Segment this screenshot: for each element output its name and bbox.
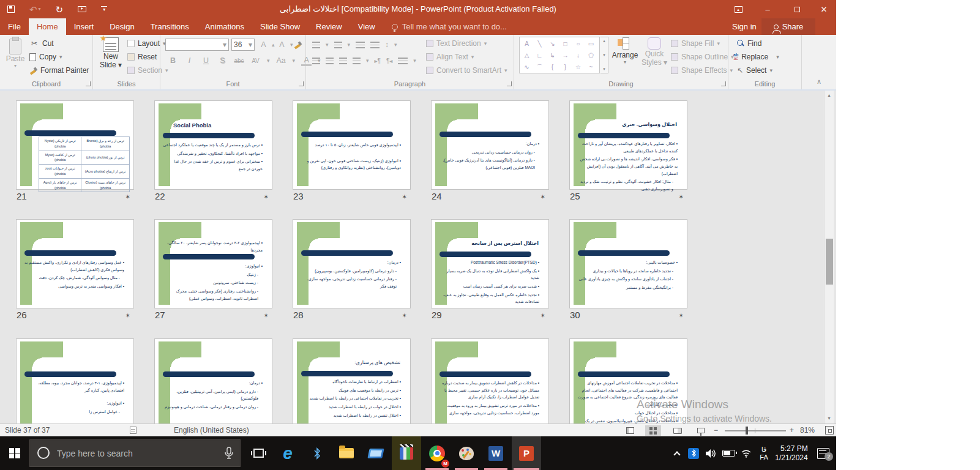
shape-arc-icon[interactable]: ⌒ [533, 61, 546, 73]
font-dialog-launcher[interactable] [299, 81, 304, 86]
taskbar-blue-app[interactable] [362, 436, 389, 470]
slide-thumbnail-22[interactable]: Social Phobia ترس بارز و مستمر از یک یا … [154, 100, 272, 190]
tab-animations[interactable]: Animations [197, 18, 252, 35]
numbering-button[interactable] [334, 42, 342, 48]
normal-view-button[interactable] [622, 425, 638, 436]
shape-star-icon[interactable]: ☆ [572, 61, 585, 73]
slide-thumbnail-28[interactable]: درمان: دارو درمانی (کلومیپرامین، فلوکستی… [293, 219, 411, 308]
shape-brace-right-icon[interactable]: } [559, 61, 572, 73]
change-case-button[interactable]: Aa [276, 56, 286, 65]
save-button[interactable] [7, 6, 15, 13]
slide-sorter-pane[interactable]: ترس از رعد و برق (Bronto phobia)ترس از ت… [0, 91, 836, 423]
line-spacing-button[interactable]: ↕ [385, 40, 389, 49]
shape-down-arrow-icon[interactable]: ↓ [572, 50, 585, 61]
shape-elbow-arrow-icon[interactable]: ↳ [546, 50, 559, 61]
minimize-button[interactable]: – [754, 0, 781, 18]
taskbar-powerpoint[interactable]: P [512, 436, 541, 470]
shape-oval-icon[interactable]: ○ [572, 38, 585, 50]
shape-right-arrow-icon[interactable]: → [559, 50, 572, 61]
shapes-scroll-up-icon[interactable]: ▴ [603, 39, 605, 43]
taskbar-media-player[interactable] [392, 436, 421, 470]
sign-in-link[interactable]: Sign in [732, 18, 757, 35]
tab-view[interactable]: View [350, 18, 383, 35]
clipboard-dialog-launcher[interactable] [86, 81, 91, 86]
zoom-slider-thumb[interactable] [746, 427, 748, 435]
tab-slide-show[interactable]: Slide Show [252, 18, 308, 35]
zoom-in-button[interactable]: + [790, 424, 794, 436]
align-left-button[interactable] [312, 58, 320, 64]
vertical-scrollbar[interactable]: ▴ ▾ [824, 91, 834, 423]
shapes-gallery-scroll[interactable]: ▴▾▾ [600, 37, 608, 73]
shape-triangle-icon[interactable]: △ [520, 50, 533, 61]
tray-bluetooth[interactable] [686, 436, 701, 470]
zoom-out-button[interactable]: − [714, 424, 718, 436]
slide-thumbnail-30[interactable]: خصوصیات بالینی: تجدید خاطره سانحه در روی… [569, 219, 687, 308]
scroll-up-arrow[interactable]: ▴ [825, 91, 834, 100]
slide-thumbnail-33[interactable]: تشخیص های پرستاری: اضطراب در ارتباط با ت… [293, 338, 411, 423]
taskbar-edge[interactable]: e [274, 436, 301, 470]
tray-battery[interactable] [720, 436, 737, 470]
tell-me-box[interactable]: Tell me what you want to do... [383, 18, 515, 35]
zoom-percentage[interactable]: 81% [800, 424, 815, 436]
arrange-button[interactable]: Arrange ▾ [611, 37, 639, 65]
tab-file[interactable]: File [0, 18, 29, 35]
shape-outline-button[interactable]: Shape Outline▾ [671, 51, 734, 63]
paste-button[interactable]: Paste ▾ [1, 39, 29, 69]
format-painter-button[interactable]: Format Painter [29, 64, 89, 76]
close-button[interactable]: ✕ [810, 0, 837, 18]
shape-line-icon[interactable]: ╲ [533, 38, 546, 50]
columns-button[interactable] [398, 58, 408, 64]
search-input[interactable] [57, 440, 210, 466]
justify-button[interactable] [353, 58, 361, 64]
decrease-indent-button[interactable] [356, 42, 365, 48]
shape-rectangle-icon[interactable]: □ [559, 38, 572, 50]
slide-thumbnail-21[interactable]: ترس از رعد و برق (Bronto phobia)ترس از ت… [16, 100, 134, 190]
underline-button[interactable]: U [201, 56, 211, 65]
tab-home[interactable]: Home [29, 18, 66, 35]
tab-design[interactable]: Design [102, 18, 142, 35]
taskbar-search[interactable] [29, 439, 241, 467]
slide-thumbnail-31[interactable]: اپیدمیولوژی، ۱-۳ درصد، جوانان مجرد، بیوه… [16, 338, 134, 423]
shape-scribble-icon[interactable]: ∿ [520, 61, 533, 73]
text-direction-button[interactable]: Text Direction▾ [426, 37, 487, 50]
find-button[interactable]: Find [737, 37, 761, 50]
tray-wifi[interactable] [738, 436, 754, 470]
taskbar-file-explorer[interactable] [333, 436, 360, 470]
font-name-combo[interactable]: ▾ [165, 39, 229, 51]
tab-insert[interactable]: Insert [66, 18, 102, 35]
character-spacing-button[interactable]: AV [250, 58, 261, 64]
spellcheck-icon[interactable] [130, 427, 137, 434]
strikethrough-button[interactable]: abc [234, 58, 244, 64]
taskbar-bluetooth[interactable] [304, 436, 331, 470]
text-shadow-button[interactable]: S [217, 56, 228, 65]
shapes-scroll-down-icon[interactable]: ▾ [603, 53, 605, 58]
replace-button[interactable]: abacReplace▾ [733, 51, 779, 63]
action-center-button[interactable]: 2 [813, 436, 834, 470]
new-slide-button[interactable]: ★ New Slide ▾ [97, 37, 125, 69]
select-button[interactable]: ↖Select▾ [737, 64, 772, 76]
shape-pentagon-icon[interactable]: ⬠ [585, 50, 597, 61]
shapes-more-icon[interactable]: ▾ [603, 67, 605, 72]
font-size-combo[interactable]: 36▾ [231, 39, 255, 51]
start-button[interactable] [0, 436, 29, 470]
paragraph-dialog-launcher[interactable] [507, 81, 512, 86]
slide-sorter-view-button[interactable] [645, 425, 661, 436]
redo-button[interactable]: ↻ [56, 5, 64, 14]
scrollbar-thumb[interactable] [826, 239, 833, 285]
increase-indent-button[interactable] [370, 42, 380, 48]
quick-styles-button[interactable]: Quick Styles ▾ [640, 37, 668, 67]
start-from-beginning-button[interactable] [78, 6, 86, 12]
share-button[interactable]: Share [761, 18, 815, 35]
collapse-ribbon-button[interactable]: ∧ [817, 78, 821, 86]
clear-formatting-button[interactable] [294, 39, 302, 51]
taskbar-paint[interactable] [453, 436, 480, 470]
shape-arrow-line-icon[interactable]: ↘ [546, 38, 559, 50]
tab-review[interactable]: Review [308, 18, 350, 35]
shape-brace-left-icon[interactable]: { [546, 61, 559, 73]
fit-to-window-button[interactable] [825, 426, 834, 435]
task-view-button[interactable] [245, 436, 272, 470]
shape-textbox-icon[interactable]: A [520, 38, 533, 50]
scroll-down-arrow[interactable]: ▾ [825, 414, 834, 423]
reset-button[interactable]: Reset [127, 51, 157, 63]
slide-thumbnail-27[interactable]: اپیدمیولوژی ۲-۳ درصد، نوجوانان پسر شایعت… [154, 219, 272, 308]
